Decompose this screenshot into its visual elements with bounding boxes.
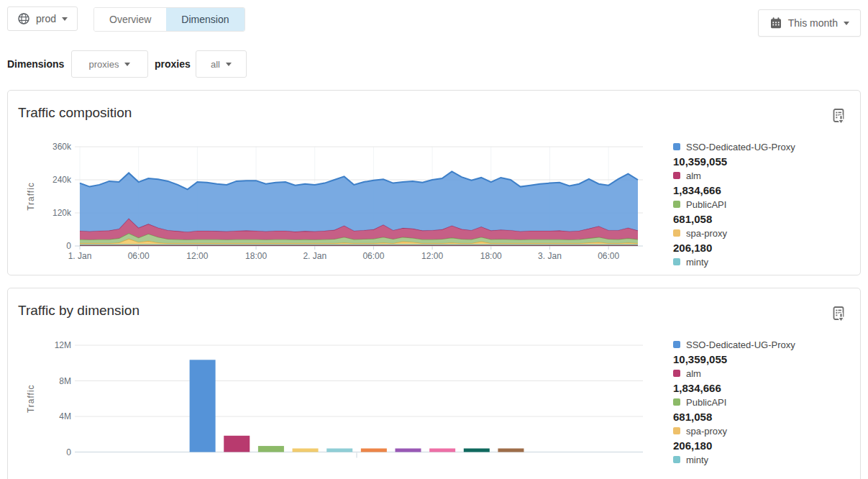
bar-series-7[interactable] [396, 449, 421, 452]
y-axis-tick-label: 4M [59, 411, 71, 421]
x-axis-tick-label: 06:00 [128, 251, 150, 261]
legend-label: minty [686, 455, 708, 465]
legend-item-minty[interactable]: minty [673, 255, 856, 269]
legend-swatch-icon [673, 172, 680, 179]
legend-swatch-icon [673, 427, 680, 434]
dimension-type-select[interactable]: proxies [71, 50, 148, 78]
y-axis-tick-label: 120k [52, 208, 72, 218]
dimensions-section-label: Dimensions [7, 58, 64, 70]
export-report-button[interactable] [830, 306, 847, 324]
bar-spa-proxy[interactable] [293, 449, 319, 452]
legend-item-spa-proxy[interactable]: spa-proxy [673, 424, 856, 438]
legend-value: 10,359,055 [673, 352, 856, 366]
chart-legend: SSO-Dedicated-UG-Proxy10,359,055alm1,834… [673, 337, 856, 467]
legend-item-minty[interactable]: minty [673, 452, 856, 467]
y-axis-tick-label: 360k [52, 142, 72, 152]
legend-item-alm[interactable]: alm [673, 366, 856, 380]
chevron-down-icon [62, 17, 68, 21]
legend-label: spa-proxy [686, 426, 727, 437]
legend-item-SSO-Dedicated-UG-Proxy[interactable]: SSO-Dedicated-UG-Proxy [673, 337, 856, 352]
y-axis-tick-label: 240k [52, 175, 72, 185]
legend-label: SSO-Dedicated-UG-Proxy [686, 142, 795, 152]
globe-icon [17, 12, 30, 25]
legend-swatch-icon [673, 456, 680, 463]
traffic-by-dimension-card: Traffic by dimension 04M8M12MTraffic SSO… [7, 288, 861, 479]
x-axis-tick-label: 06:00 [362, 251, 384, 261]
dimension-filter-select[interactable]: all [196, 50, 247, 78]
tab-overview[interactable]: Overview [94, 8, 166, 31]
legend-value: 681,058 [673, 211, 856, 226]
traffic-composition-card: Traffic composition 0120k240k360k1. Jan0… [7, 90, 861, 275]
bar-series-8[interactable] [429, 449, 455, 452]
legend-swatch-icon [673, 258, 680, 265]
legend-swatch-icon [673, 143, 680, 150]
legend-label: PublicAPI [686, 199, 726, 210]
date-range-label: This month [788, 17, 838, 29]
x-axis-tick-label: 18:00 [245, 251, 267, 261]
bar-SSO-Dedicated-UG-Proxy[interactable] [190, 360, 216, 452]
bar-series-10[interactable] [498, 449, 524, 452]
calendar-icon [769, 17, 782, 29]
date-range-select[interactable]: This month [758, 9, 861, 37]
legend-item-spa-proxy[interactable]: spa-proxy [673, 226, 856, 240]
bar-series-9[interactable] [464, 449, 490, 452]
export-report-button[interactable] [830, 108, 847, 127]
y-axis-tick-label: 0 [66, 447, 71, 457]
legend-label: SSO-Dedicated-UG-Proxy [686, 339, 795, 350]
legend-swatch-icon [673, 229, 680, 237]
legend-value: 10,359,055 [673, 154, 856, 168]
legend-value: 206,180 [673, 438, 856, 452]
legend-label: spa-proxy [686, 228, 727, 239]
legend-value: 1,834,666 [673, 380, 856, 395]
legend-swatch-icon [673, 341, 680, 348]
chart-legend: SSO-Dedicated-UG-Proxy10,359,055alm1,834… [673, 140, 856, 269]
bar-alm[interactable] [224, 436, 250, 452]
tab-dimension[interactable]: Dimension [166, 8, 244, 31]
y-axis-title: Traffic [26, 182, 36, 211]
chevron-down-icon [124, 63, 130, 66]
x-axis-tick-label: 18:00 [480, 251, 502, 261]
legend-value: 206,180 [673, 240, 856, 255]
traffic-composition-chart: 0120k240k360k1. Jan06:0012:0018:002. Jan… [8, 91, 670, 270]
analytics-dimension-page: { "topbar": { "env_label": "prod", "env_… [0, 0, 868, 479]
x-axis-tick-label: 12:00 [421, 251, 443, 261]
legend-label: alm [686, 368, 701, 379]
y-axis-tick-label: 8M [59, 376, 71, 386]
view-tabs: Overview Dimension [93, 7, 245, 32]
x-axis-tick-label: 12:00 [186, 251, 208, 261]
selected-dimension-label: proxies [155, 58, 191, 70]
chevron-down-icon [226, 63, 232, 66]
legend-item-alm[interactable]: alm [673, 168, 856, 183]
legend-label: PublicAPI [686, 397, 726, 408]
x-axis-tick-label: 1. Jan [68, 251, 92, 261]
report-download-icon [831, 315, 847, 326]
traffic-by-dimension-chart: 04M8M12MTraffic [8, 288, 670, 475]
y-axis-tick-label: 0 [66, 241, 71, 251]
x-axis-tick-label: 3. Jan [538, 251, 562, 261]
bar-series-6[interactable] [361, 449, 387, 452]
y-axis-title: Traffic [26, 384, 36, 413]
legend-item-SSO-Dedicated-UG-Proxy[interactable]: SSO-Dedicated-UG-Proxy [673, 140, 856, 154]
chevron-down-icon [844, 22, 849, 25]
legend-swatch-icon [673, 398, 680, 406]
x-axis-tick-label: 06:00 [598, 251, 619, 261]
environment-select[interactable]: prod [7, 6, 78, 31]
legend-label: minty [686, 257, 708, 268]
legend-swatch-icon [673, 370, 680, 377]
dimension-type-value: proxies [89, 59, 119, 70]
environment-label: prod [36, 13, 56, 24]
legend-item-PublicAPI[interactable]: PublicAPI [673, 395, 856, 409]
y-axis-tick-label: 12M [55, 340, 71, 350]
x-axis-tick-label: 2. Jan [303, 251, 326, 261]
legend-item-PublicAPI[interactable]: PublicAPI [673, 197, 856, 211]
legend-value: 1,834,666 [673, 183, 856, 197]
bar-PublicAPI[interactable] [258, 446, 284, 452]
report-download-icon [831, 117, 847, 128]
legend-swatch-icon [673, 201, 680, 208]
dimension-filter-value: all [211, 59, 220, 70]
legend-value: 681,058 [673, 409, 856, 424]
legend-label: alm [686, 170, 701, 181]
bar-minty[interactable] [326, 449, 352, 452]
